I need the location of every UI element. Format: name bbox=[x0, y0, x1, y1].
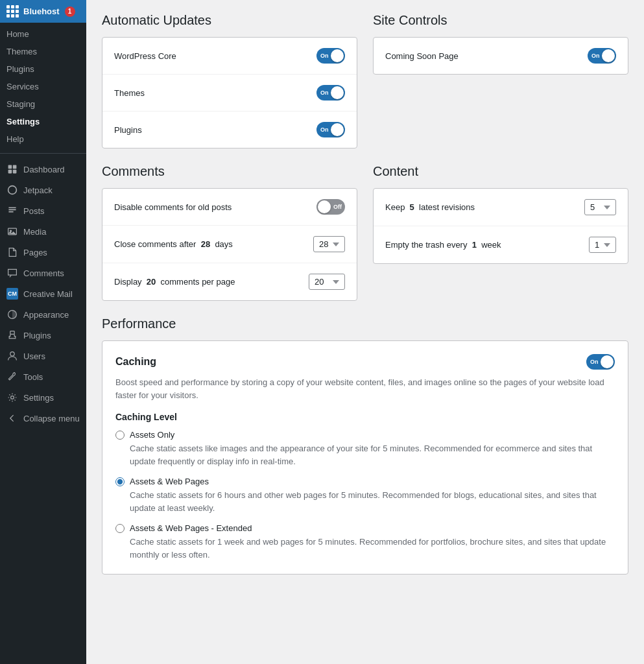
sidebar-item-users[interactable]: Users bbox=[0, 346, 86, 366]
sidebar-item-themes[interactable]: Themes bbox=[0, 43, 86, 60]
performance-card: Caching On Boost speed and performance b… bbox=[102, 340, 628, 575]
brand-grid-icon bbox=[6, 5, 18, 18]
radio-item-assets-web: Assets & Web Pages Cache static assets f… bbox=[115, 477, 615, 514]
plugins-row: Plugins On bbox=[102, 112, 357, 148]
plugins-label: Plugins bbox=[23, 331, 51, 340]
appearance-icon bbox=[6, 309, 18, 320]
coming-soon-toggle[interactable]: On bbox=[588, 48, 616, 64]
appearance-label: Appearance bbox=[23, 310, 69, 320]
sidebar-brand[interactable]: Bluehost 1 bbox=[0, 0, 86, 23]
sidebar-item-settings[interactable]: Settings bbox=[0, 113, 86, 130]
trash-row: Empty the trash every 1 week 1 2 4 bbox=[374, 226, 628, 263]
disable-comments-toggle[interactable]: Off bbox=[316, 199, 345, 215]
themes-label: Themes bbox=[114, 88, 145, 98]
plugins-toggle[interactable]: On bbox=[316, 122, 345, 137]
caching-header: Caching On bbox=[115, 354, 615, 370]
caching-title: Caching bbox=[115, 356, 156, 368]
sidebar-item-tools[interactable]: Tools bbox=[0, 366, 86, 387]
trash-select[interactable]: 1 2 4 bbox=[589, 237, 616, 253]
sidebar-item-help[interactable]: Help bbox=[0, 130, 86, 148]
display-comments-select[interactable]: 20 10 50 100 bbox=[309, 274, 345, 290]
wordpress-core-toggle[interactable]: On bbox=[316, 48, 345, 64]
content-title: Content bbox=[373, 164, 628, 179]
content-section: Content Keep 5 latest revisions 5 3 10 2… bbox=[373, 164, 628, 301]
site-controls-card: Coming Soon Page On bbox=[373, 37, 628, 75]
sidebar-item-settings[interactable]: Settings bbox=[0, 387, 86, 408]
assets-only-name: Assets Only bbox=[130, 430, 174, 440]
sidebar-simple-menu: Home Themes Plugins Services Staging Set… bbox=[0, 23, 86, 150]
assets-only-radio[interactable] bbox=[115, 431, 125, 440]
wordpress-core-label: WordPress Core bbox=[114, 51, 176, 61]
comments-label: Comments bbox=[23, 268, 64, 278]
themes-toggle-label: On bbox=[320, 89, 329, 96]
themes-knob bbox=[331, 86, 344, 99]
brand-name: Bluehost bbox=[23, 6, 60, 16]
sidebar-item-plugins[interactable]: Plugins bbox=[0, 325, 86, 346]
disable-comments-label: Disable comments for old posts bbox=[114, 202, 232, 212]
sidebar-item-creative-mail[interactable]: CM Creative Mail bbox=[0, 283, 86, 304]
trash-label: Empty the trash every 1 week bbox=[385, 240, 501, 250]
sidebar-item-plugins[interactable]: Plugins bbox=[0, 60, 86, 78]
caching-description: Boost speed and performance by storing a… bbox=[115, 376, 615, 401]
dashboard-icon bbox=[6, 163, 18, 175]
jetpack-label: Jetpack bbox=[23, 185, 53, 195]
comments-icon bbox=[6, 267, 18, 279]
caching-toggle[interactable]: On bbox=[586, 354, 615, 370]
comments-card: Disable comments for old posts Off Close… bbox=[102, 188, 357, 301]
svg-rect-0 bbox=[8, 165, 12, 169]
assets-web-extended-desc: Cache static assets for 1 week and web p… bbox=[115, 536, 615, 561]
svg-rect-2 bbox=[8, 170, 12, 174]
comments-title: Comments bbox=[102, 164, 357, 179]
sidebar-item-pages[interactable]: Pages bbox=[0, 242, 86, 263]
assets-only-desc: Cache static assets like images and the … bbox=[115, 442, 615, 468]
users-label: Users bbox=[23, 351, 45, 361]
close-comments-select[interactable]: 28 14 7 1 bbox=[313, 236, 345, 252]
media-label: Media bbox=[23, 227, 46, 237]
sidebar-item-comments[interactable]: Comments bbox=[0, 263, 86, 283]
performance-title: Performance bbox=[102, 316, 628, 331]
brand-badge: 1 bbox=[65, 6, 75, 17]
caching-radio-group: Assets Only Cache static assets like ima… bbox=[115, 430, 615, 561]
sidebar-item-media[interactable]: Media bbox=[0, 221, 86, 242]
sidebar-item-services[interactable]: Services bbox=[0, 78, 86, 95]
settings-label: Settings bbox=[23, 393, 54, 403]
disable-comments-row: Disable comments for old posts Off bbox=[102, 189, 357, 226]
assets-web-radio[interactable] bbox=[115, 477, 125, 486]
caching-toggle-label: On bbox=[590, 359, 599, 365]
collapse-label: Collapse menu bbox=[23, 414, 80, 423]
sidebar-item-appearance[interactable]: Appearance bbox=[0, 304, 86, 325]
creative-mail-icon: CM bbox=[6, 288, 18, 300]
sidebar-divider bbox=[0, 153, 86, 154]
coming-soon-label: Coming Soon Page bbox=[385, 51, 459, 61]
revisions-select[interactable]: 5 3 10 25 bbox=[584, 199, 616, 215]
radio-item-assets-web-extended: Assets & Web Pages - Extended Cache stat… bbox=[115, 523, 615, 561]
collapse-icon bbox=[6, 412, 18, 424]
coming-soon-toggle-label: On bbox=[591, 53, 600, 59]
svg-rect-1 bbox=[13, 165, 17, 169]
wordpress-core-knob bbox=[331, 49, 344, 62]
comments-section: Comments Disable comments for old posts … bbox=[102, 164, 357, 301]
automatic-updates-section: Automatic Updates WordPress Core On Them… bbox=[102, 13, 357, 148]
wordpress-core-toggle-label: On bbox=[320, 53, 329, 59]
assets-web-extended-name: Assets & Web Pages - Extended bbox=[130, 523, 252, 533]
sidebar-item-home[interactable]: Home bbox=[0, 25, 86, 43]
sidebar-item-collapse[interactable]: Collapse menu bbox=[0, 408, 86, 429]
settings-icon bbox=[6, 392, 18, 403]
assets-only-label-row: Assets Only bbox=[115, 430, 615, 440]
pages-label: Pages bbox=[23, 248, 47, 257]
sidebar-item-staging[interactable]: Staging bbox=[0, 95, 86, 113]
assets-web-extended-radio[interactable] bbox=[115, 524, 125, 533]
svg-point-9 bbox=[10, 352, 14, 356]
close-comments-label: Close comments after 28 days bbox=[114, 239, 233, 249]
wordpress-core-row: WordPress Core On bbox=[102, 38, 357, 75]
automatic-updates-title: Automatic Updates bbox=[102, 13, 357, 28]
themes-toggle[interactable]: On bbox=[316, 85, 345, 101]
sidebar-item-jetpack[interactable]: Jetpack bbox=[0, 180, 86, 200]
sidebar-item-dashboard[interactable]: Dashboard bbox=[0, 159, 86, 180]
sidebar-item-posts[interactable]: Posts bbox=[0, 200, 86, 221]
pages-icon bbox=[6, 246, 18, 258]
themes-row: Themes On bbox=[102, 75, 357, 112]
svg-point-4 bbox=[8, 186, 17, 195]
dashboard-label: Dashboard bbox=[23, 165, 65, 174]
performance-section: Performance Caching On Boost speed and p… bbox=[102, 316, 628, 575]
